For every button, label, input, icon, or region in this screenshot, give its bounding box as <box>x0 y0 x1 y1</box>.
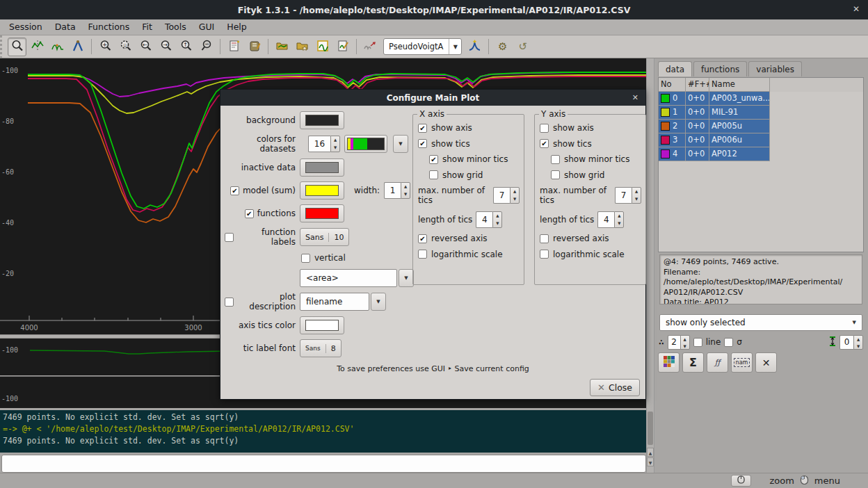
tab-variables[interactable]: variables <box>748 61 802 76</box>
scroll-down-icon[interactable]: ▼ <box>647 457 654 466</box>
menu-data[interactable]: Data <box>49 19 82 35</box>
model-width-stepper[interactable]: 1 ▲▼ <box>384 182 410 199</box>
y-reversed-axis-checkbox[interactable] <box>540 234 549 243</box>
sum-button[interactable]: Σ <box>682 352 704 373</box>
point-size-stepper[interactable]: 2 ▲▼ <box>668 335 690 350</box>
functions-checkbox[interactable]: ✔ <box>245 209 254 218</box>
chevron-down-icon[interactable]: ▼ <box>371 293 386 311</box>
shift-stepper[interactable]: 0 ▲▼ <box>839 335 863 350</box>
y-tick-label: -80 <box>1 117 14 125</box>
x-show-grid-checkbox[interactable] <box>429 170 438 179</box>
show-filter-select[interactable]: show only selected ▼ <box>659 314 862 331</box>
aux1-tick-label: -100 <box>1 346 18 354</box>
menu-tools[interactable]: Tools <box>159 19 193 35</box>
x-log-scale-checkbox[interactable] <box>418 250 427 259</box>
tics-color-button[interactable] <box>300 316 344 334</box>
background-color-button[interactable] <box>300 111 344 129</box>
script-editor-button[interactable] <box>225 38 243 56</box>
fit-run-button[interactable]: ⚙ <box>493 38 512 56</box>
previous-zoom-button[interactable]: ▫ <box>116 38 135 56</box>
x-show-tics-checkbox[interactable]: ✔ <box>418 139 427 148</box>
table-row[interactable]: 4 0+0 AP012 <box>659 147 863 161</box>
x-show-axis-checkbox[interactable]: ✔ <box>418 124 427 133</box>
y-show-tics-checkbox[interactable]: ✔ <box>540 139 549 148</box>
x-reversed-axis-checkbox[interactable]: ✔ <box>418 234 427 243</box>
mouse-config-button[interactable] <box>731 475 751 487</box>
load-data-button[interactable] <box>273 38 291 56</box>
quick-add-function-button[interactable] <box>361 38 380 56</box>
zoom-select-tool-button[interactable] <box>8 38 26 56</box>
x-tic-length-stepper[interactable]: 4▲▼ <box>476 211 502 228</box>
window-close-icon[interactable]: ✕ <box>853 4 860 14</box>
dialog-close-icon[interactable]: ✕ <box>632 93 638 102</box>
menu-gui[interactable]: GUI <box>193 19 221 35</box>
functions-color-button[interactable] <box>300 204 344 222</box>
zoom-mouse-button[interactable]: ∽ <box>197 38 216 56</box>
plot-description-checkbox[interactable] <box>225 298 234 307</box>
scrollbar-thumb[interactable] <box>648 412 653 445</box>
y-log-scale-checkbox[interactable] <box>540 250 549 259</box>
y-show-grid-checkbox[interactable] <box>551 170 560 179</box>
data-range-tool-button[interactable] <box>28 38 47 56</box>
add-function-button[interactable]: ✦ <box>465 38 484 56</box>
fit-undo-icon: ↺ <box>519 42 528 52</box>
col-f[interactable]: #F+# <box>686 78 709 92</box>
tic-label-font-label: tic label font <box>225 343 296 353</box>
table-row[interactable]: 3 0+0 AP006u <box>659 133 863 147</box>
line-checkbox[interactable] <box>693 338 702 347</box>
gui-config-button[interactable] <box>245 38 264 56</box>
fit-undo-button[interactable]: ↺ <box>513 38 532 56</box>
tic-font-button[interactable]: Sans8 <box>300 339 341 357</box>
menu-session[interactable]: Session <box>3 19 49 35</box>
vertical-checkbox[interactable] <box>301 254 310 263</box>
chevron-down-icon[interactable]: ▼ <box>449 39 461 54</box>
tab-data[interactable]: data <box>658 61 692 76</box>
chevron-down-icon[interactable]: ▼ <box>399 269 414 287</box>
zoom-right-button[interactable]: → <box>156 38 175 56</box>
plot-export-button[interactable] <box>333 38 352 56</box>
save-plot-image-button[interactable] <box>313 38 332 56</box>
copy-functions-button[interactable]: ƒƒ <box>707 352 728 373</box>
x-show-minor-tics-checkbox[interactable]: ✔ <box>429 155 438 164</box>
dataset-colors-count-stepper[interactable]: 16 ▲▼ <box>308 136 340 152</box>
sigma-checkbox[interactable] <box>724 338 733 347</box>
zoom-in-button[interactable]: + <box>96 38 115 56</box>
table-row[interactable]: 1 0+0 MIL-91 <box>659 106 863 120</box>
col-name[interactable]: Name <box>709 78 770 92</box>
description-combo[interactable]: filename ▼ <box>300 293 386 311</box>
inactive-color-button[interactable] <box>300 158 344 177</box>
command-input[interactable] <box>1 455 646 473</box>
function-labels-font-button[interactable]: Sans10 <box>300 228 349 246</box>
y-tic-length-stepper[interactable]: 4▲▼ <box>597 211 624 228</box>
col-no[interactable]: No <box>659 78 686 92</box>
dataset-colors-button[interactable] <box>658 352 680 373</box>
vertical-splitter[interactable]: ▲ ▼ <box>646 58 654 473</box>
model-checkbox[interactable]: ✔ <box>230 186 239 195</box>
y-show-minor-tics-checkbox[interactable] <box>551 155 560 164</box>
close-button[interactable]: ✕ Close <box>590 379 640 396</box>
peak-type-select[interactable]: PseudoVoigtA ▼ <box>383 38 462 55</box>
tab-functions[interactable]: functions <box>693 61 747 76</box>
rename-button[interactable]: nam <box>731 352 753 373</box>
delete-button[interactable]: ✕ <box>755 352 777 373</box>
function-labels-checkbox[interactable] <box>225 233 234 242</box>
y-show-axis-checkbox[interactable] <box>540 124 549 133</box>
load-data-custom-button[interactable] <box>293 38 312 56</box>
label-format-combo[interactable]: <area> ▼ <box>300 269 414 287</box>
scroll-up-icon[interactable]: ▲ <box>647 448 654 457</box>
add-peak-draw-button[interactable] <box>48 38 67 56</box>
dataset-palette-button[interactable] <box>344 135 387 153</box>
table-row[interactable]: 2 0+0 AP005u <box>659 120 863 133</box>
menu-fit[interactable]: Fit <box>136 19 159 35</box>
baseline-tool-button[interactable] <box>68 38 87 56</box>
menu-help[interactable]: Help <box>220 19 253 35</box>
zoom-vertical-button[interactable]: ↑ <box>177 38 195 56</box>
table-row[interactable]: 0 0+0 AP003_unwa... <box>659 92 863 106</box>
model-color-button[interactable] <box>300 181 344 200</box>
palette-dropdown-button[interactable]: ▼ <box>393 135 408 153</box>
zoom-left-button[interactable]: ← <box>136 38 155 56</box>
dialog-titlebar[interactable]: Configure Main Plot ✕ <box>220 90 645 106</box>
x-max-tics-stepper[interactable]: 7▲▼ <box>493 187 520 204</box>
menu-functions[interactable]: Functions <box>82 19 136 35</box>
y-max-tics-stepper[interactable]: 7▲▼ <box>615 187 641 204</box>
